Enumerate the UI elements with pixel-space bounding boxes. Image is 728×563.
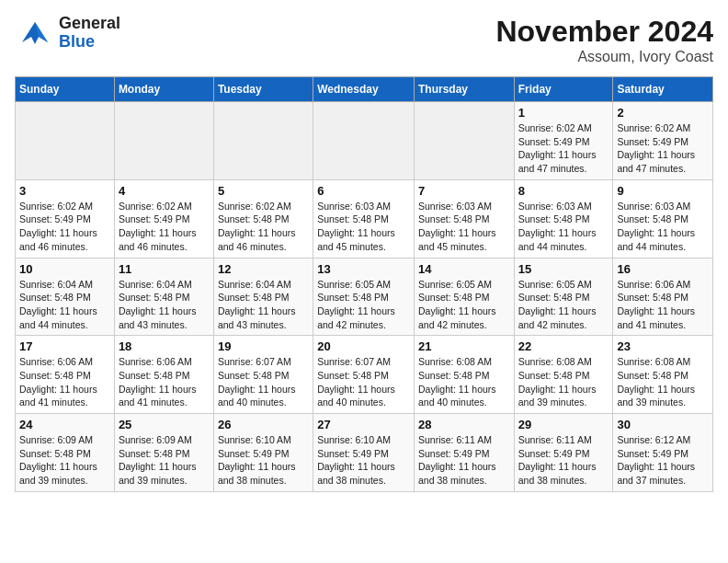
col-monday: Monday [114, 77, 213, 102]
day-info: Sunrise: 6:06 AM Sunset: 5:48 PM Dayligh… [119, 355, 210, 409]
day-info: Sunrise: 6:08 AM Sunset: 5:48 PM Dayligh… [418, 355, 510, 409]
day-info: Sunrise: 6:10 AM Sunset: 5:49 PM Dayligh… [218, 433, 309, 488]
day-info: Sunrise: 6:05 AM Sunset: 5:48 PM Dayligh… [518, 278, 609, 332]
day-number: 30 [617, 418, 709, 431]
day-info: Sunrise: 6:07 AM Sunset: 5:48 PM Dayligh… [218, 355, 309, 409]
day-number: 26 [218, 418, 309, 431]
day-number: 17 [19, 339, 110, 353]
calendar-cell: 25Sunrise: 6:09 AM Sunset: 5:48 PM Dayli… [114, 414, 213, 492]
col-tuesday: Tuesday [213, 77, 313, 102]
calendar-cell: 5Sunrise: 6:02 AM Sunset: 5:48 PM Daylig… [213, 179, 313, 258]
calendar-cell: 30Sunrise: 6:12 AM Sunset: 5:49 PM Dayli… [613, 414, 713, 492]
calendar-cell: 12Sunrise: 6:04 AM Sunset: 5:48 PM Dayli… [213, 258, 313, 336]
day-number: 29 [518, 418, 609, 431]
day-number: 23 [617, 339, 709, 353]
calendar-cell: 19Sunrise: 6:07 AM Sunset: 5:48 PM Dayli… [213, 336, 313, 414]
calendar-cell: 3Sunrise: 6:02 AM Sunset: 5:49 PM Daylig… [16, 179, 115, 258]
logo-icon [15, 15, 55, 52]
col-saturday: Saturday [613, 77, 713, 102]
calendar-body: 1Sunrise: 6:02 AM Sunset: 5:49 PM Daylig… [16, 102, 713, 492]
day-info: Sunrise: 6:03 AM Sunset: 5:48 PM Dayligh… [617, 200, 709, 254]
day-info: Sunrise: 6:02 AM Sunset: 5:49 PM Dayligh… [119, 200, 210, 254]
logo-blue: Blue [59, 33, 120, 52]
calendar-week-2: 3Sunrise: 6:02 AM Sunset: 5:49 PM Daylig… [16, 179, 713, 258]
day-number: 1 [518, 106, 609, 120]
day-number: 27 [317, 418, 410, 431]
calendar-cell: 2Sunrise: 6:02 AM Sunset: 5:49 PM Daylig… [613, 102, 713, 180]
calendar-cell: 11Sunrise: 6:04 AM Sunset: 5:48 PM Dayli… [114, 258, 213, 336]
calendar-cell: 21Sunrise: 6:08 AM Sunset: 5:48 PM Dayli… [414, 336, 514, 414]
day-info: Sunrise: 6:11 AM Sunset: 5:49 PM Dayligh… [518, 433, 609, 488]
calendar-cell: 15Sunrise: 6:05 AM Sunset: 5:48 PM Dayli… [514, 258, 613, 336]
day-number: 12 [218, 262, 309, 276]
day-number: 13 [317, 262, 410, 276]
day-info: Sunrise: 6:03 AM Sunset: 5:48 PM Dayligh… [418, 200, 510, 254]
day-info: Sunrise: 6:02 AM Sunset: 5:48 PM Dayligh… [218, 200, 309, 254]
calendar-cell: 4Sunrise: 6:02 AM Sunset: 5:49 PM Daylig… [114, 179, 213, 258]
subtitle: Assoum, Ivory Coast [495, 49, 713, 65]
logo: General Blue [15, 15, 120, 52]
calendar-cell [313, 102, 415, 180]
logo-general: General [59, 15, 120, 33]
calendar-cell: 6Sunrise: 6:03 AM Sunset: 5:48 PM Daylig… [313, 179, 415, 258]
calendar-cell: 7Sunrise: 6:03 AM Sunset: 5:48 PM Daylig… [414, 179, 514, 258]
day-info: Sunrise: 6:04 AM Sunset: 5:48 PM Dayligh… [19, 278, 110, 332]
day-number: 15 [518, 262, 609, 276]
calendar-cell: 10Sunrise: 6:04 AM Sunset: 5:48 PM Dayli… [16, 258, 115, 336]
day-number: 16 [617, 262, 709, 276]
day-info: Sunrise: 6:03 AM Sunset: 5:48 PM Dayligh… [317, 200, 410, 254]
day-number: 2 [617, 106, 709, 120]
day-number: 5 [218, 184, 309, 198]
col-thursday: Thursday [414, 77, 514, 102]
col-sunday: Sunday [16, 77, 115, 102]
day-number: 8 [518, 184, 609, 198]
day-number: 28 [418, 418, 510, 431]
day-number: 21 [418, 339, 510, 353]
calendar-cell: 26Sunrise: 6:10 AM Sunset: 5:49 PM Dayli… [213, 414, 313, 492]
day-number: 20 [317, 339, 410, 353]
day-info: Sunrise: 6:02 AM Sunset: 5:49 PM Dayligh… [617, 121, 709, 176]
day-info: Sunrise: 6:05 AM Sunset: 5:48 PM Dayligh… [418, 278, 510, 332]
calendar-cell: 29Sunrise: 6:11 AM Sunset: 5:49 PM Dayli… [514, 414, 613, 492]
day-info: Sunrise: 6:09 AM Sunset: 5:48 PM Dayligh… [19, 433, 110, 488]
calendar-cell [16, 102, 115, 180]
day-info: Sunrise: 6:06 AM Sunset: 5:48 PM Dayligh… [19, 355, 110, 409]
day-number: 24 [19, 418, 110, 431]
calendar-week-4: 17Sunrise: 6:06 AM Sunset: 5:48 PM Dayli… [16, 336, 713, 414]
day-info: Sunrise: 6:04 AM Sunset: 5:48 PM Dayligh… [119, 278, 210, 332]
calendar-cell: 9Sunrise: 6:03 AM Sunset: 5:48 PM Daylig… [613, 179, 713, 258]
calendar-week-5: 24Sunrise: 6:09 AM Sunset: 5:48 PM Dayli… [16, 414, 713, 492]
calendar-table: Sunday Monday Tuesday Wednesday Thursday… [15, 76, 713, 492]
day-number: 14 [418, 262, 510, 276]
day-number: 11 [119, 262, 210, 276]
logo-text: General Blue [59, 15, 120, 52]
calendar-cell: 22Sunrise: 6:08 AM Sunset: 5:48 PM Dayli… [514, 336, 613, 414]
day-info: Sunrise: 6:03 AM Sunset: 5:48 PM Dayligh… [518, 200, 609, 254]
day-info: Sunrise: 6:09 AM Sunset: 5:48 PM Dayligh… [119, 433, 210, 488]
calendar-cell: 16Sunrise: 6:06 AM Sunset: 5:48 PM Dayli… [613, 258, 713, 336]
calendar-cell: 1Sunrise: 6:02 AM Sunset: 5:49 PM Daylig… [514, 102, 613, 180]
day-number: 3 [19, 184, 110, 198]
day-number: 9 [617, 184, 709, 198]
calendar-cell: 24Sunrise: 6:09 AM Sunset: 5:48 PM Dayli… [16, 414, 115, 492]
day-info: Sunrise: 6:11 AM Sunset: 5:49 PM Dayligh… [418, 433, 510, 488]
day-number: 25 [119, 418, 210, 431]
calendar-cell [114, 102, 213, 180]
calendar-cell: 8Sunrise: 6:03 AM Sunset: 5:48 PM Daylig… [514, 179, 613, 258]
day-info: Sunrise: 6:02 AM Sunset: 5:49 PM Dayligh… [19, 200, 110, 254]
day-number: 18 [119, 339, 210, 353]
calendar-cell: 13Sunrise: 6:05 AM Sunset: 5:48 PM Dayli… [313, 258, 415, 336]
page-header: General Blue November 2024 Assoum, Ivory… [15, 15, 713, 65]
col-wednesday: Wednesday [313, 77, 415, 102]
svg-marker-0 [22, 22, 48, 44]
day-number: 4 [119, 184, 210, 198]
calendar-week-3: 10Sunrise: 6:04 AM Sunset: 5:48 PM Dayli… [16, 258, 713, 336]
calendar-cell: 27Sunrise: 6:10 AM Sunset: 5:49 PM Dayli… [313, 414, 415, 492]
day-info: Sunrise: 6:05 AM Sunset: 5:48 PM Dayligh… [317, 278, 410, 332]
calendar-cell: 14Sunrise: 6:05 AM Sunset: 5:48 PM Dayli… [414, 258, 514, 336]
day-info: Sunrise: 6:04 AM Sunset: 5:48 PM Dayligh… [218, 278, 309, 332]
day-info: Sunrise: 6:10 AM Sunset: 5:49 PM Dayligh… [317, 433, 410, 488]
day-number: 22 [518, 339, 609, 353]
calendar-cell: 17Sunrise: 6:06 AM Sunset: 5:48 PM Dayli… [16, 336, 115, 414]
header-row: Sunday Monday Tuesday Wednesday Thursday… [16, 77, 713, 102]
